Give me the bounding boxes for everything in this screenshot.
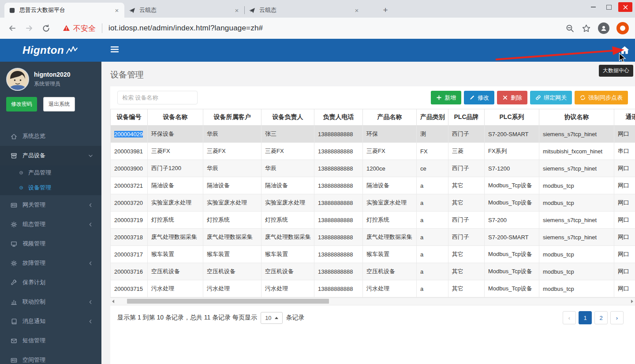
home-tooltip: 大数据中心 bbox=[599, 65, 633, 77]
scrollbar-thumb[interactable] bbox=[127, 299, 329, 304]
tab-title: 思普云大数据平台 bbox=[19, 6, 110, 14]
table-cell: 三菱FX bbox=[363, 143, 417, 160]
edit-button[interactable]: 修改 bbox=[464, 91, 494, 104]
table-row[interactable]: 200003719灯控系统灯控系统灯控系统13888888888灯控系统a西门子… bbox=[111, 212, 635, 229]
table-cell: 西门子 bbox=[448, 212, 485, 229]
maximize-button[interactable] bbox=[602, 2, 616, 12]
table-row[interactable]: 200003716空压机设备空压机设备空压机设备13888888888空压机设备… bbox=[111, 263, 635, 280]
table-row[interactable]: 200003900西门子1200华辰华辰138888888881200cece西… bbox=[111, 160, 635, 177]
reload-button[interactable] bbox=[40, 22, 52, 34]
table-row[interactable]: 200003718废气处理数据采集废气处理数据采集废气处理数据采集1388888… bbox=[111, 229, 635, 246]
change-password-button[interactable]: 修改密码 bbox=[6, 97, 37, 111]
table-cell: 其它 bbox=[448, 246, 485, 263]
reload-icon bbox=[42, 24, 50, 33]
table-cell: 13888888888 bbox=[314, 280, 363, 297]
sidebar-toggle-button[interactable] bbox=[109, 45, 120, 55]
card-icon bbox=[11, 357, 18, 364]
table-cell: 13888888888 bbox=[314, 194, 363, 212]
table-cell: 200003720 bbox=[111, 194, 148, 212]
table-cell: 灯控系统 bbox=[148, 212, 203, 229]
sidebar-item-maintenance-plan[interactable]: 保养计划 bbox=[0, 273, 101, 292]
search-input[interactable] bbox=[117, 91, 198, 104]
user-role: 系统管理员 bbox=[34, 80, 70, 88]
table-cell: ce bbox=[417, 160, 448, 177]
sidebar-item-product-device[interactable]: 产品设备 bbox=[0, 146, 101, 165]
sidebar-item-gateway-management[interactable]: 网关管理 bbox=[0, 195, 101, 215]
bind-gateway-button[interactable]: 绑定网关 bbox=[530, 91, 572, 104]
pagination-page-2[interactable]: 2 bbox=[594, 311, 608, 324]
sidebar-item-system-overview[interactable]: 系统总览 bbox=[0, 126, 101, 146]
browser-tab[interactable]: 云组态× bbox=[244, 3, 364, 18]
panel-toolbar: 新增修改删除绑定网关强制同步点表 bbox=[117, 91, 628, 104]
forward-button[interactable] bbox=[23, 22, 35, 34]
sidebar-item-product-management[interactable]: 产品管理 bbox=[0, 165, 101, 180]
table-cell: 空压机设备 bbox=[363, 263, 417, 280]
sidebar-item-video-management[interactable]: 视频管理 bbox=[0, 234, 101, 253]
sidebar-item-linkage-control[interactable]: 联动控制 bbox=[0, 292, 101, 312]
table-cell: 猴车装置 bbox=[261, 246, 314, 263]
table-cell: 空压机设备 bbox=[148, 263, 203, 280]
tab-close-icon[interactable]: × bbox=[233, 6, 241, 14]
forward-icon bbox=[25, 24, 34, 33]
table-cell: 实验室废水处理 bbox=[363, 194, 417, 212]
sidebar-item-message-notify[interactable]: 消息通知 bbox=[0, 312, 101, 331]
close-button[interactable] bbox=[618, 2, 632, 12]
browser-profile-icon[interactable] bbox=[598, 22, 609, 34]
pagination-prev-button[interactable]: ‹ bbox=[563, 311, 576, 324]
pagination-page-1[interactable]: 1 bbox=[579, 311, 592, 324]
scroll-right-icon[interactable] bbox=[631, 300, 633, 303]
browser-tab[interactable]: 思普云大数据平台× bbox=[4, 3, 124, 18]
bookmark-star-icon[interactable] bbox=[582, 24, 591, 33]
browser-menu-icon[interactable] bbox=[616, 22, 629, 34]
url-bar[interactable]: iot.idosp.net/admin/index.html?language=… bbox=[108, 24, 263, 33]
table-cell: 200004029 bbox=[111, 126, 148, 143]
sidebar-item-sms-management[interactable]: 短信管理 bbox=[0, 331, 101, 350]
security-indicator[interactable]: 不安全 bbox=[63, 23, 96, 33]
pagination-next-button[interactable]: › bbox=[610, 311, 624, 324]
table-row[interactable]: 200004029环保设备华辰张三13888888888环保测西门子S7-200… bbox=[111, 126, 635, 143]
table-cell: siemens_s7tcp_hinet bbox=[539, 126, 614, 143]
force-sync-button[interactable]: 强制同步点表 bbox=[575, 91, 628, 104]
back-button[interactable] bbox=[6, 22, 19, 34]
table-row[interactable]: 200003721隔油设备隔油设备隔油设备13888888888隔油设备a其它M… bbox=[111, 177, 635, 194]
warning-icon bbox=[63, 25, 70, 32]
scroll-left-icon[interactable] bbox=[112, 300, 114, 303]
table-cell: 其它 bbox=[448, 280, 485, 297]
selected-text-highlight: 200004029 bbox=[114, 131, 143, 137]
tab-close-icon[interactable]: × bbox=[113, 6, 121, 14]
sidebar-item-device-management[interactable]: 设备管理 bbox=[0, 180, 101, 195]
sidebar-item-scada-management[interactable]: 组态管理 bbox=[0, 215, 101, 234]
table-cell: Modbus_Tcp设备 bbox=[485, 194, 539, 212]
table-cell: 实验室废水处理 bbox=[203, 194, 261, 212]
avatar[interactable] bbox=[6, 68, 29, 91]
table-cell: 废气处理数据采集 bbox=[261, 229, 314, 246]
new-tab-button[interactable]: + bbox=[379, 4, 392, 16]
browser-tab[interactable]: 云组态× bbox=[124, 3, 244, 18]
table-cell: 13888888888 bbox=[314, 246, 363, 263]
table-cell: 环保 bbox=[363, 126, 417, 143]
tab-close-icon[interactable]: × bbox=[353, 6, 361, 14]
sidebar-item-fault-management[interactable]: 故障管理 bbox=[0, 253, 101, 273]
add-button[interactable]: 新增 bbox=[431, 91, 461, 104]
column-header: 设备负责人 bbox=[261, 109, 314, 126]
table-cell: 华辰 bbox=[261, 160, 314, 177]
table-cell: FX系列 bbox=[485, 143, 539, 160]
zoom-icon[interactable] bbox=[565, 24, 575, 33]
table-row[interactable]: 200003715污水处理污水处理污水处理13888888888污水处理a其它M… bbox=[111, 280, 635, 297]
table-cell: 空压机设备 bbox=[261, 263, 314, 280]
sidebar-item-space-management[interactable]: 空间管理 bbox=[0, 350, 101, 364]
minimize-button[interactable] bbox=[586, 2, 600, 12]
table-cell: modbus_tcp bbox=[539, 280, 614, 297]
logout-button[interactable]: 退出系统 bbox=[43, 97, 75, 111]
page-size-select[interactable]: 10 bbox=[261, 312, 282, 324]
table-cell: 隔油设备 bbox=[363, 177, 417, 194]
table-row[interactable]: 200003717猴车装置猴车装置猴车装置13888888888猴车装置a其它M… bbox=[111, 246, 635, 263]
button-label: 删除 bbox=[511, 94, 522, 102]
delete-button[interactable]: 删除 bbox=[497, 91, 527, 104]
table-row[interactable]: 200003720实验室废水处理实验室废水处理实验室废水处理1388888888… bbox=[111, 194, 635, 212]
table-row[interactable]: 200003981三菱FX三菱FX三菱FX13888888888三菱FXFX三菱… bbox=[111, 143, 635, 160]
window-controls bbox=[586, 2, 632, 12]
horizontal-scrollbar[interactable] bbox=[110, 297, 635, 305]
table-cell: S7-200-SMART bbox=[485, 229, 539, 246]
tab-favicon bbox=[249, 7, 256, 14]
